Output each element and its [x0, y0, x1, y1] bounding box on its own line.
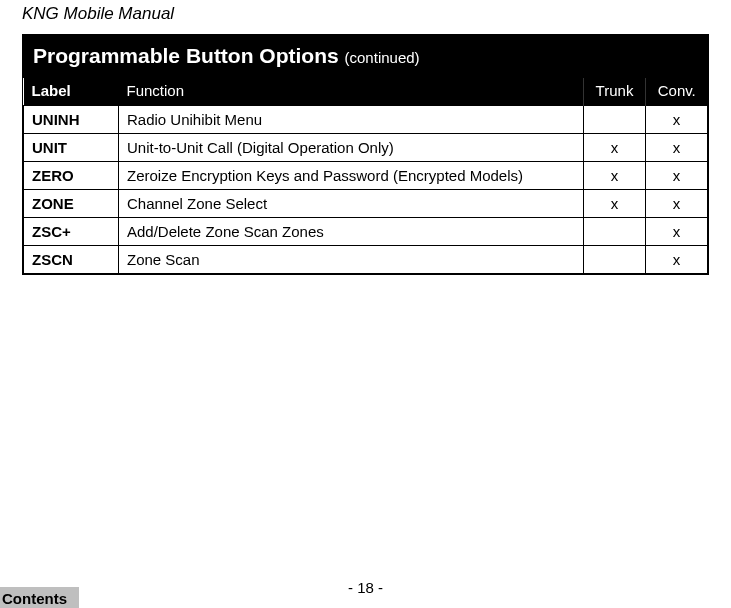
- cell-label: UNINH: [24, 106, 119, 134]
- col-header-trunk: Trunk: [584, 78, 646, 106]
- options-table: Label Function Trunk Conv. UNINH Radio U…: [23, 78, 708, 274]
- page-number: - 18 -: [0, 579, 731, 596]
- options-table-container: Programmable Button Options (continued) …: [22, 34, 709, 275]
- cell-label: ZSC+: [24, 218, 119, 246]
- cell-trunk: [584, 246, 646, 274]
- cell-conv: x: [646, 246, 708, 274]
- table-row: ZONE Channel Zone Select x x: [24, 190, 708, 218]
- cell-conv: x: [646, 106, 708, 134]
- cell-function: Channel Zone Select: [119, 190, 584, 218]
- col-header-label: Label: [24, 78, 119, 106]
- cell-function: Add/Delete Zone Scan Zones: [119, 218, 584, 246]
- cell-conv: x: [646, 190, 708, 218]
- cell-function: Zone Scan: [119, 246, 584, 274]
- col-header-conv: Conv.: [646, 78, 708, 106]
- cell-label: ZERO: [24, 162, 119, 190]
- table-title-row: Programmable Button Options (continued): [23, 34, 708, 78]
- cell-trunk: x: [584, 162, 646, 190]
- table-row: ZSC+ Add/Delete Zone Scan Zones x: [24, 218, 708, 246]
- cell-label: ZSCN: [24, 246, 119, 274]
- cell-function: Zeroize Encryption Keys and Password (En…: [119, 162, 584, 190]
- cell-label: UNIT: [24, 134, 119, 162]
- cell-trunk: x: [584, 190, 646, 218]
- cell-label: ZONE: [24, 190, 119, 218]
- cell-conv: x: [646, 134, 708, 162]
- table-row: UNIT Unit-to-Unit Call (Digital Operatio…: [24, 134, 708, 162]
- cell-conv: x: [646, 162, 708, 190]
- col-header-function: Function: [119, 78, 584, 106]
- cell-trunk: x: [584, 134, 646, 162]
- cell-function: Unit-to-Unit Call (Digital Operation Onl…: [119, 134, 584, 162]
- document-header-title: KNG Mobile Manual: [0, 0, 731, 34]
- contents-button[interactable]: Contents: [0, 587, 79, 608]
- table-title: Programmable Button Options: [33, 44, 339, 67]
- table-row: ZERO Zeroize Encryption Keys and Passwor…: [24, 162, 708, 190]
- cell-trunk: [584, 218, 646, 246]
- cell-trunk: [584, 106, 646, 134]
- table-title-suffix: (continued): [345, 49, 420, 66]
- cell-function: Radio Unihibit Menu: [119, 106, 584, 134]
- table-header-row: Label Function Trunk Conv.: [24, 78, 708, 106]
- cell-conv: x: [646, 218, 708, 246]
- table-row: UNINH Radio Unihibit Menu x: [24, 106, 708, 134]
- table-row: ZSCN Zone Scan x: [24, 246, 708, 274]
